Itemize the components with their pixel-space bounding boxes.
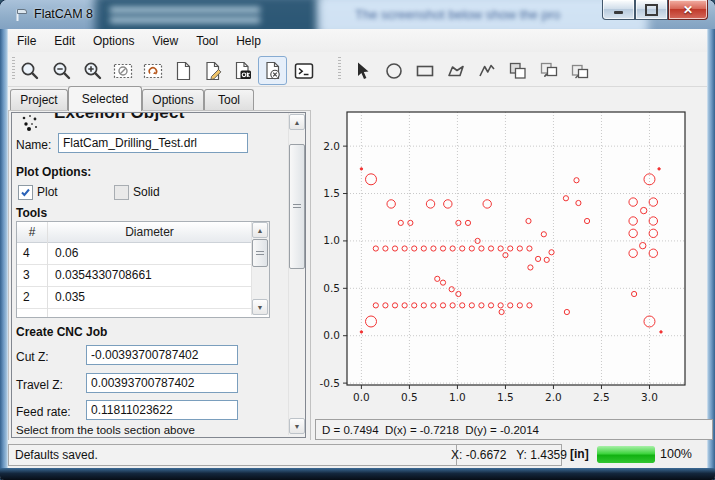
- plot-canvas[interactable]: 0.00.51.01.52.02.53.0-0.50.00.51.01.52.0: [314, 104, 707, 417]
- draw-path-button[interactable]: [472, 56, 501, 85]
- zoom-in-button[interactable]: [78, 56, 107, 85]
- clear-plot-icon: [142, 60, 164, 82]
- table-row[interactable]: 2 0.035: [17, 286, 251, 309]
- cutz-input[interactable]: [86, 345, 238, 365]
- toolbar-grip-right[interactable]: [338, 57, 341, 81]
- window-controls: ✕: [602, 0, 708, 20]
- titlebar[interactable]: The screenshot below show the pro FlatCA…: [0, 0, 715, 29]
- svg-text:0.5: 0.5: [401, 391, 418, 403]
- panel-scrollbar-thumb[interactable]: [289, 144, 305, 269]
- table-scrollbar-thumb[interactable]: [252, 239, 268, 267]
- copy-geometry-icon: [538, 60, 560, 82]
- shell-button[interactable]: [289, 56, 318, 85]
- menu-tool[interactable]: Tool: [187, 30, 227, 52]
- statusbar: Defaults saved. X: -0.6672 Y: 1.4359 [in…: [8, 440, 707, 468]
- solid-checkbox-label: Solid: [133, 185, 160, 199]
- table-row[interactable]: 3 0.0354330708661: [17, 264, 251, 287]
- tab-selected-label: Selected: [82, 92, 129, 106]
- tab-tool[interactable]: Tool: [204, 89, 254, 110]
- svg-text:0.0: 0.0: [323, 329, 340, 341]
- copy-objects-button[interactable]: [503, 56, 532, 85]
- plot-options-label: Plot Options:: [16, 165, 91, 179]
- scroll-down-icon[interactable]: ▼: [289, 418, 305, 434]
- app-icon: [13, 6, 30, 23]
- tools-table-header: # Diameter: [17, 222, 251, 243]
- replot-button[interactable]: [108, 56, 137, 85]
- table-row[interactable]: 4 0.06: [17, 242, 251, 265]
- save-edit-button[interactable]: [228, 56, 257, 85]
- name-label: Name:: [16, 138, 51, 152]
- col-number-header[interactable]: #: [17, 222, 48, 242]
- progress-bar: [597, 446, 655, 463]
- select-arrow-icon: [352, 60, 374, 82]
- selected-tab-pane: Excellon Object Name: Plot Options: Plot…: [8, 110, 311, 442]
- new-file-icon: [172, 60, 194, 82]
- status-message: Defaults saved.: [8, 444, 460, 466]
- table-scrollbar[interactable]: ▲ ▼: [251, 222, 269, 315]
- plot-checkbox[interactable]: [18, 185, 33, 200]
- scroll-down-icon[interactable]: ▼: [252, 299, 268, 315]
- plot-panel: 0.00.51.01.52.02.53.0-0.50.00.51.01.52.0: [314, 104, 707, 417]
- window-frame-left: [0, 29, 8, 470]
- feedrate-input[interactable]: [86, 400, 238, 420]
- svg-text:1.0: 1.0: [323, 234, 340, 246]
- polygon-shape-icon: [445, 60, 467, 82]
- cnc-section-label: Create CNC Job: [16, 325, 107, 339]
- excellon-object-icon: [19, 113, 45, 133]
- menu-file[interactable]: File: [8, 30, 45, 52]
- close-button[interactable]: ✕: [668, 0, 708, 20]
- travelz-input[interactable]: [86, 373, 238, 393]
- circle-shape-icon: [383, 60, 405, 82]
- flatcam-window: The screenshot below show the pro FlatCA…: [0, 0, 715, 480]
- maximize-button[interactable]: [635, 0, 668, 20]
- measurement-status: D = 0.7494 D(x) = -0.7218 D(y) = -0.2014: [315, 419, 713, 440]
- menu-edit[interactable]: Edit: [45, 30, 84, 52]
- svg-text:3.0: 3.0: [641, 391, 658, 403]
- cancel-file-icon: [262, 60, 284, 82]
- zoom-out-button[interactable]: [47, 56, 76, 85]
- tool-diameter: 0.0354330708661: [47, 268, 152, 282]
- cutz-label: Cut Z:: [16, 350, 49, 364]
- table-column-separator: [47, 222, 48, 317]
- minimize-button[interactable]: [602, 0, 635, 20]
- edit-geometry-button[interactable]: [198, 56, 227, 85]
- window-frame-right: [707, 29, 715, 470]
- progress-percent: 100%: [660, 447, 692, 461]
- zoom-out-icon: [51, 60, 73, 82]
- draw-polygon-button[interactable]: [441, 56, 470, 85]
- solid-checkbox[interactable]: [114, 185, 129, 200]
- move-objects-button[interactable]: [565, 56, 594, 85]
- svg-text:2.5: 2.5: [593, 391, 610, 403]
- travelz-label: Travel Z:: [16, 378, 63, 392]
- tab-selected[interactable]: Selected: [68, 86, 142, 111]
- tab-options-label: Options: [152, 93, 193, 107]
- menu-help[interactable]: Help: [227, 30, 270, 52]
- draw-rectangle-button[interactable]: [410, 56, 439, 85]
- name-input[interactable]: [58, 133, 248, 153]
- menu-view[interactable]: View: [143, 30, 187, 52]
- cancel-edit-button[interactable]: [258, 56, 287, 85]
- polyline-shape-icon: [476, 60, 498, 82]
- object-heading: Excellon Object: [54, 113, 264, 123]
- tab-project[interactable]: Project: [10, 89, 68, 110]
- titlebar-background-text: The screenshot below show the pro: [355, 7, 560, 22]
- clear-plot-button[interactable]: [138, 56, 167, 85]
- tools-table: # Diameter 4 0.06 3 0.0354330708661 2 0.…: [16, 221, 270, 318]
- zoom-fit-button[interactable]: [15, 56, 44, 85]
- window-title: FlatCAM 8: [34, 7, 93, 21]
- mouse-coordinates: X: -0.6672 Y: 1.4359: [456, 444, 562, 466]
- scroll-up-icon[interactable]: ▲: [252, 222, 268, 238]
- panel-scrollbar[interactable]: ▲ ▼: [288, 113, 306, 435]
- new-project-button[interactable]: [168, 56, 197, 85]
- scroll-up-icon[interactable]: ▲: [289, 114, 305, 130]
- svg-text:0.0: 0.0: [353, 391, 370, 403]
- tab-options[interactable]: Options: [142, 89, 204, 110]
- copy-objects-icon: [507, 60, 529, 82]
- titlebar-blurred-lines: [110, 3, 260, 23]
- menu-options[interactable]: Options: [84, 30, 143, 52]
- ok-file-icon: [232, 60, 254, 82]
- draw-circle-button[interactable]: [379, 56, 408, 85]
- copy-geometry-button[interactable]: [534, 56, 563, 85]
- col-diameter-header[interactable]: Diameter: [48, 222, 251, 242]
- select-tool-button[interactable]: [348, 56, 377, 85]
